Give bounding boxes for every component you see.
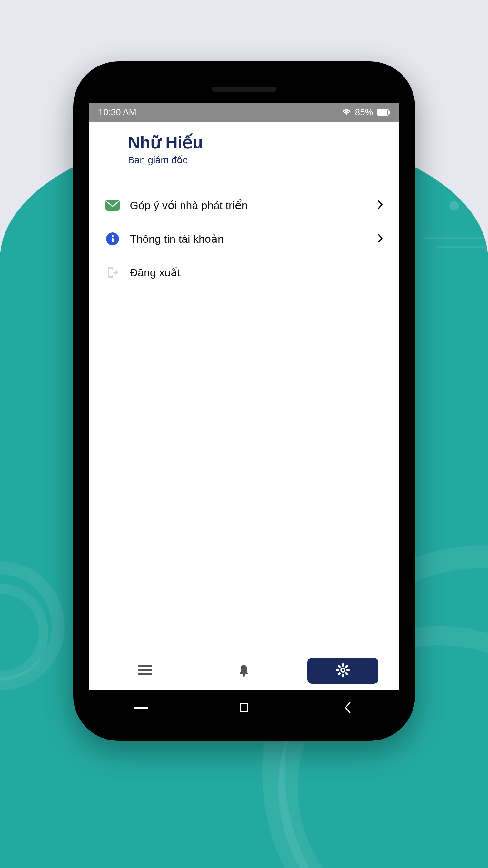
profile-role: Ban giám đốc <box>128 154 380 165</box>
chevron-right-icon <box>378 200 383 211</box>
svg-rect-6 <box>111 238 113 242</box>
menu-item-logout[interactable]: Đăng xuất <box>102 256 386 289</box>
svg-rect-16 <box>345 664 348 668</box>
tab-notifications[interactable] <box>208 658 279 684</box>
chevron-right-icon <box>378 234 383 244</box>
svg-point-5 <box>111 235 113 237</box>
battery-icon <box>377 109 390 116</box>
menu-item-label: Thông tin tài khoản <box>130 232 367 245</box>
svg-rect-19 <box>345 672 348 675</box>
menu-item-label: Đăng xuất <box>130 266 383 279</box>
svg-rect-15 <box>347 669 350 671</box>
logout-icon <box>105 265 120 280</box>
settings-menu: Góp ý với nhà phát triển Thông tin tài k… <box>89 180 399 651</box>
svg-rect-2 <box>389 111 390 114</box>
svg-rect-13 <box>342 674 344 677</box>
bottom-tab-bar <box>89 651 399 690</box>
svg-rect-7 <box>138 665 152 667</box>
svg-rect-8 <box>138 669 152 671</box>
svg-point-10 <box>242 674 245 677</box>
status-battery-pct: 85% <box>355 107 373 118</box>
svg-rect-14 <box>336 669 339 671</box>
svg-rect-12 <box>342 663 344 666</box>
svg-rect-17 <box>337 672 341 675</box>
svg-rect-1 <box>378 110 387 115</box>
svg-point-20 <box>341 669 344 672</box>
android-back-button[interactable] <box>338 698 357 717</box>
tab-menu[interactable] <box>110 658 181 684</box>
menu-item-feedback[interactable]: Góp ý với nhà phát triển <box>102 188 386 222</box>
tab-settings[interactable] <box>307 658 378 684</box>
phone-speaker <box>212 87 276 92</box>
svg-rect-18 <box>337 664 341 668</box>
menu-item-label: Góp ý với nhà phát triển <box>130 199 367 212</box>
svg-rect-9 <box>138 673 152 675</box>
mail-icon <box>105 198 120 212</box>
status-bar: 10:30 AM 85% <box>89 103 399 122</box>
svg-rect-3 <box>105 200 120 211</box>
app-screen: 10:30 AM 85% <box>89 103 399 690</box>
android-nav-bar <box>89 693 399 722</box>
android-home-button[interactable] <box>234 698 254 717</box>
menu-item-account[interactable]: Thông tin tài khoản <box>102 222 386 256</box>
phone-frame: 10:30 AM 85% <box>73 61 415 741</box>
info-icon <box>105 232 120 246</box>
android-recents-button[interactable] <box>131 698 151 717</box>
gear-icon <box>336 663 350 678</box>
profile-name: Nhữ Hiếu <box>128 133 380 152</box>
bell-icon <box>238 664 250 678</box>
hamburger-icon <box>138 664 152 677</box>
status-time: 10:30 AM <box>98 107 136 118</box>
divider <box>128 172 380 173</box>
profile-header: Nhữ Hiếu Ban giám đốc <box>89 122 399 180</box>
wifi-icon <box>342 109 351 116</box>
